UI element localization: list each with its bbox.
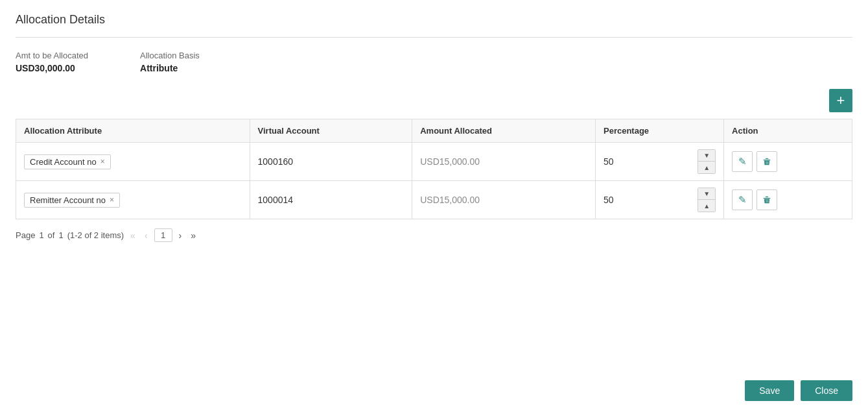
amt-block: Amt to be Allocated USD30,000.00 xyxy=(16,51,88,73)
save-button[interactable]: Save xyxy=(745,380,794,401)
page-title: Allocation Details xyxy=(16,13,852,27)
percentage-up-button[interactable]: ▲ xyxy=(698,200,715,212)
percentage-down-button[interactable]: ▼ xyxy=(698,150,715,162)
basis-block: Allocation Basis Attribute xyxy=(140,51,200,73)
percentage-up-button[interactable]: ▲ xyxy=(698,162,715,173)
add-btn-row: + xyxy=(16,89,852,112)
attribute-label: Remitter Account no xyxy=(30,195,106,205)
remove-attribute-icon[interactable]: × xyxy=(110,195,114,204)
delete-button[interactable] xyxy=(757,189,777,210)
remove-attribute-icon[interactable]: × xyxy=(100,157,105,166)
cell-virtual-account: 1000160 xyxy=(250,143,412,181)
cell-action: ✎ xyxy=(724,181,852,219)
last-page-button[interactable]: » xyxy=(188,229,198,242)
percentage-arrows: ▼ ▲ xyxy=(698,188,716,212)
current-page: 1 xyxy=(39,230,43,240)
action-cell: ✎ xyxy=(732,189,844,210)
table-row: Credit Account no×1000160USD15,000.00 50… xyxy=(16,143,852,181)
col-attribute: Allocation Attribute xyxy=(16,119,250,143)
prev-page-button[interactable]: ‹ xyxy=(142,229,150,242)
trash-icon xyxy=(762,157,771,166)
percentage-value: 50 xyxy=(604,195,694,205)
info-section: Amt to be Allocated USD30,000.00 Allocat… xyxy=(16,51,852,73)
col-virtual-account: Virtual Account xyxy=(250,119,412,143)
cell-percentage: 50 ▼ ▲ xyxy=(596,181,724,219)
cell-virtual-account: 1000014 xyxy=(250,181,412,219)
edit-button[interactable]: ✎ xyxy=(732,189,753,210)
attribute-chip: Credit Account no× xyxy=(24,154,111,169)
action-cell: ✎ xyxy=(732,151,844,172)
col-percentage: Percentage xyxy=(596,119,724,143)
cell-amount-allocated: USD15,000.00 xyxy=(412,181,596,219)
divider xyxy=(16,37,852,38)
percentage-cell: 50 ▼ ▲ xyxy=(604,149,716,174)
basis-value: Attribute xyxy=(140,63,178,73)
col-amount-allocated: Amount Allocated xyxy=(412,119,596,143)
delete-button[interactable] xyxy=(757,151,777,172)
percentage-cell: 50 ▼ ▲ xyxy=(604,188,716,212)
page-container: Allocation Details Amt to be Allocated U… xyxy=(0,0,868,414)
page-number-box: 1 xyxy=(154,228,172,242)
amt-label: Amt to be Allocated xyxy=(16,51,88,60)
cell-percentage: 50 ▼ ▲ xyxy=(596,143,724,181)
next-page-button[interactable]: › xyxy=(176,229,185,242)
cell-attribute: Credit Account no× xyxy=(16,143,250,181)
range-label: (1-2 of 2 items) xyxy=(67,230,124,240)
percentage-arrows: ▼ ▲ xyxy=(698,149,716,174)
table-row: Remitter Account no×1000014USD15,000.00 … xyxy=(16,181,852,219)
percentage-down-button[interactable]: ▼ xyxy=(698,188,715,200)
trash-icon xyxy=(762,195,771,204)
cell-amount-allocated: USD15,000.00 xyxy=(412,143,596,181)
attribute-chip: Remitter Account no× xyxy=(24,193,120,208)
page-label: Page xyxy=(16,230,35,240)
footer: Save Close xyxy=(745,380,852,401)
percentage-value: 50 xyxy=(604,156,694,167)
table-header-row: Allocation Attribute Virtual Account Amo… xyxy=(16,119,852,143)
col-action: Action xyxy=(724,119,852,143)
cell-attribute: Remitter Account no× xyxy=(16,181,250,219)
close-button[interactable]: Close xyxy=(801,380,852,401)
pagination-row: Page 1 of 1 (1-2 of 2 items) « ‹ 1 › » xyxy=(16,228,852,242)
total-pages: 1 xyxy=(58,230,63,240)
of-label: of xyxy=(48,230,55,240)
amt-value: USD30,000.00 xyxy=(16,63,75,73)
allocation-table: Allocation Attribute Virtual Account Amo… xyxy=(16,119,852,219)
cell-action: ✎ xyxy=(724,143,852,181)
attribute-label: Credit Account no xyxy=(30,157,97,167)
edit-button[interactable]: ✎ xyxy=(732,151,753,172)
first-page-button[interactable]: « xyxy=(128,229,138,242)
basis-label: Allocation Basis xyxy=(140,51,200,60)
add-icon: + xyxy=(837,92,845,109)
add-button[interactable]: + xyxy=(829,89,852,112)
